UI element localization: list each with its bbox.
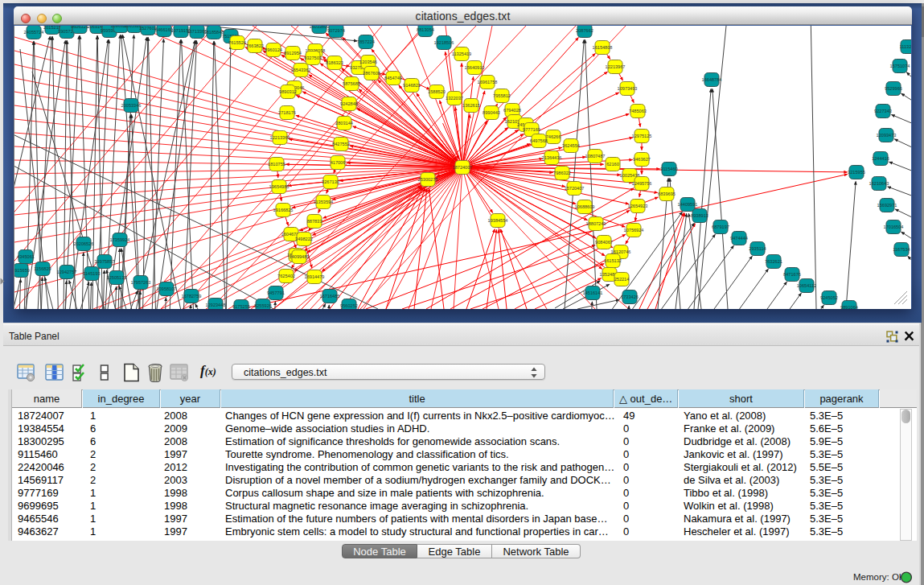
svg-text:16543362: 16543362 <box>291 68 311 72</box>
svg-text:7625402: 7625402 <box>277 274 295 278</box>
svg-text:62160: 62160 <box>606 162 619 167</box>
svg-text:18185848: 18185848 <box>204 30 224 35</box>
svg-text:8255926: 8255926 <box>254 303 272 308</box>
svg-text:16914479: 16914479 <box>305 274 325 279</box>
svg-text:9463627: 9463627 <box>633 157 651 162</box>
svg-text:1145193: 1145193 <box>83 271 100 276</box>
svg-text:10654112: 10654112 <box>797 283 816 288</box>
svg-text:12942757: 12942757 <box>57 270 77 274</box>
svg-text:15640910: 15640910 <box>465 65 485 70</box>
svg-text:1588520: 1588520 <box>428 89 446 94</box>
svg-text:8471676: 8471676 <box>783 272 801 277</box>
svg-text:20053346: 20053346 <box>121 103 142 108</box>
svg-text:1733426: 1733426 <box>621 295 639 299</box>
svg-text:8912954: 8912954 <box>284 51 302 56</box>
svg-text:17016504: 17016504 <box>884 225 904 229</box>
svg-text:12495756: 12495756 <box>632 181 652 186</box>
svg-text:16961758: 16961758 <box>478 80 498 84</box>
svg-text:6794028: 6794028 <box>503 108 521 113</box>
svg-text:9891064: 9891064 <box>840 305 858 309</box>
svg-text:16782759: 16782759 <box>182 294 202 299</box>
svg-text:252214: 252214 <box>614 277 630 282</box>
svg-text:1167534: 1167534 <box>893 247 910 252</box>
svg-text:9084067: 9084067 <box>595 240 613 245</box>
svg-text:887833: 887833 <box>307 219 322 224</box>
svg-text:15716485: 15716485 <box>320 294 340 299</box>
svg-text:3915659: 3915659 <box>14 268 30 273</box>
svg-text:8813054: 8813054 <box>417 27 434 32</box>
svg-text:3215955: 3215955 <box>848 170 865 175</box>
svg-text:8938913: 8938913 <box>691 213 708 218</box>
svg-text:11325419: 11325419 <box>452 51 471 56</box>
svg-text:19218506: 19218506 <box>434 40 454 45</box>
svg-text:19384554: 19384554 <box>488 218 508 223</box>
svg-text:9245052: 9245052 <box>820 295 838 300</box>
svg-text:8990443: 8990443 <box>483 110 500 115</box>
svg-text:746266: 746266 <box>546 134 561 139</box>
svg-text:12654923: 12654923 <box>628 204 648 208</box>
svg-text:6839695: 6839695 <box>658 192 676 196</box>
svg-text:9072974: 9072974 <box>327 28 345 33</box>
svg-text:9474444: 9474444 <box>730 236 748 241</box>
svg-text:14099489: 14099489 <box>290 254 310 259</box>
svg-text:33975857: 33975857 <box>95 259 115 264</box>
svg-text:3267130: 3267130 <box>322 179 339 184</box>
svg-text:1113254: 1113254 <box>900 44 911 49</box>
svg-text:9227343: 9227343 <box>874 109 892 113</box>
svg-text:7955812: 7955812 <box>493 93 511 98</box>
svg-text:24055724: 24055724 <box>24 30 44 35</box>
svg-text:2935114: 2935114 <box>749 246 766 251</box>
svg-text:7857224: 7857224 <box>357 39 375 44</box>
svg-text:7632621: 7632621 <box>765 259 782 264</box>
svg-text:2803144: 2803144 <box>335 121 353 126</box>
svg-text:12975125: 12975125 <box>632 134 652 138</box>
svg-text:9146821: 9146821 <box>403 83 421 88</box>
svg-text:14516141: 14516141 <box>583 290 603 295</box>
svg-text:9606325: 9606325 <box>71 26 88 29</box>
svg-text:9457791: 9457791 <box>267 290 285 295</box>
svg-text:9175255: 9175255 <box>232 304 250 309</box>
svg-text:11353594: 11353594 <box>314 200 333 204</box>
svg-text:25300275: 25300275 <box>418 177 438 182</box>
svg-text:1527602: 1527602 <box>139 26 157 31</box>
svg-text:21364436: 21364436 <box>542 155 562 160</box>
svg-text:16648784: 16648784 <box>702 77 722 82</box>
svg-text:10807487: 10807487 <box>585 154 606 159</box>
svg-text:19654985: 19654985 <box>269 184 290 189</box>
svg-text:9242848: 9242848 <box>340 101 358 106</box>
svg-text:9115460: 9115460 <box>660 167 677 171</box>
svg-text:417006: 417006 <box>331 160 346 165</box>
svg-text:12213369: 12213369 <box>270 135 290 140</box>
svg-text:12213967: 12213967 <box>606 64 626 69</box>
svg-text:5875685: 5875685 <box>343 81 360 86</box>
svg-text:16210643: 16210643 <box>869 181 889 186</box>
svg-text:9529966: 9529966 <box>885 86 902 91</box>
svg-text:12923448: 12923448 <box>206 303 226 307</box>
svg-text:17957263: 17957263 <box>131 280 151 285</box>
svg-text:7615524: 7615524 <box>228 40 246 45</box>
svg-text:10958107: 10958107 <box>157 286 177 291</box>
svg-text:1156829: 1156829 <box>34 266 51 271</box>
svg-text:9327503: 9327503 <box>304 56 322 60</box>
svg-text:12093473: 12093473 <box>877 133 897 138</box>
svg-text:19166825: 19166825 <box>273 208 294 212</box>
svg-text:18807249: 18807249 <box>586 221 606 226</box>
svg-text:12505135: 12505135 <box>107 275 127 280</box>
svg-text:7986322: 7986322 <box>553 171 571 175</box>
svg-text:3624554: 3624554 <box>562 143 580 148</box>
svg-text:3498222: 3498222 <box>295 237 313 241</box>
svg-text:16154808: 16154808 <box>593 45 613 50</box>
svg-text:10688609: 10688609 <box>575 204 595 209</box>
svg-text:7485063: 7485063 <box>629 109 647 113</box>
svg-text:17359924: 17359924 <box>110 237 130 242</box>
svg-text:8186323: 8186323 <box>326 60 343 65</box>
svg-text:14409591: 14409591 <box>678 202 698 207</box>
svg-text:7663822: 7663822 <box>246 43 264 48</box>
svg-text:15692971: 15692971 <box>877 203 897 208</box>
svg-text:1615132: 1615132 <box>604 258 622 263</box>
svg-text:8454749: 8454749 <box>384 76 402 80</box>
svg-text:15751074: 15751074 <box>890 64 910 68</box>
svg-text:6497568: 6497568 <box>530 138 548 143</box>
svg-text:4345061: 4345061 <box>17 254 35 259</box>
svg-text:6879197: 6879197 <box>712 225 729 229</box>
